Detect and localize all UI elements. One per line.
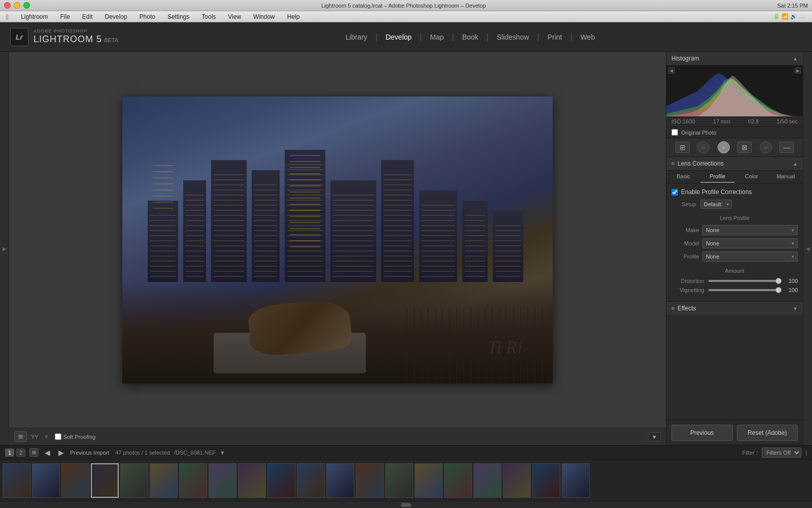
setup-select[interactable]: Default Custom (700, 200, 732, 209)
window-menu[interactable]: Window (251, 13, 277, 20)
film-thumb-16[interactable] (444, 463, 472, 498)
film-thumb-13[interactable] (356, 463, 384, 498)
tab-develop[interactable]: Develop (378, 29, 420, 45)
film-thumb-10[interactable] (267, 463, 295, 498)
distortion-fill (708, 280, 779, 282)
tab-map[interactable]: Map (422, 29, 452, 45)
film-thumb-20[interactable] (562, 463, 590, 498)
hist-shadow-clip-btn[interactable]: ◀ (668, 68, 674, 74)
enable-profile-checkbox[interactable] (671, 189, 678, 196)
view-mode-btn[interactable]: ⊞ (14, 431, 27, 442)
edit-menu[interactable]: Edit (80, 13, 95, 20)
previous-button[interactable]: Previous (671, 425, 733, 441)
apple-menu[interactable]:  (4, 13, 11, 21)
histogram-header[interactable]: Histogram ▲ (666, 52, 803, 66)
page-num-1[interactable]: 1 (5, 449, 14, 457)
filter-end-btn[interactable]: | (805, 450, 807, 456)
model-select[interactable]: None (702, 238, 798, 248)
hist-arrows: ◀ ▶ (668, 68, 801, 74)
film-thumb-12[interactable] (326, 463, 354, 498)
effects-header[interactable]: Effects ▼ (666, 302, 803, 315)
reset-button[interactable]: Reset (Adobe) (737, 425, 798, 441)
redeye-tool[interactable]: ● (718, 141, 730, 153)
center-area: Ti Ri ⊞ YY ▼ Soft Proofing ▼ (9, 52, 666, 445)
building-4 (252, 170, 280, 282)
film-thumb-14[interactable] (385, 463, 413, 498)
radial-filter-tool[interactable]: ○ (760, 141, 772, 153)
filename: /DSC_6081.NEF (174, 450, 216, 456)
film-thumb-17[interactable] (473, 463, 501, 498)
gradient-filter-tool[interactable]: ⊠ (737, 142, 752, 153)
hist-highlight-clip-btn[interactable]: ▶ (795, 68, 801, 74)
film-thumb-1[interactable] (3, 463, 30, 498)
filmstrip-prev-arrow[interactable]: ◀ (43, 448, 52, 458)
file-menu[interactable]: File (58, 13, 72, 20)
clock: Sat 2:15 PM (777, 3, 808, 9)
film-thumb-11[interactable] (297, 463, 325, 498)
filter-select[interactable]: Filters Off (762, 448, 801, 458)
distortion-slider[interactable] (708, 280, 779, 282)
film-thumb-2[interactable] (32, 463, 60, 498)
view-control-dropdown[interactable]: ▼ (648, 432, 661, 441)
view-menu[interactable]: View (226, 13, 243, 20)
develop-menu[interactable]: Develop (103, 13, 129, 20)
film-thumb-5[interactable] (120, 463, 148, 498)
vignetting-slider[interactable] (708, 289, 779, 291)
settings-menu[interactable]: Settings (165, 13, 191, 20)
original-photo-checkbox[interactable] (671, 129, 678, 136)
crop-tool[interactable]: ⊞ (675, 142, 690, 153)
scroll-indicator[interactable] (401, 503, 411, 507)
film-thumb-8[interactable] (209, 463, 236, 498)
film-thumb-6[interactable] (150, 463, 178, 498)
close-btn[interactable] (4, 2, 11, 9)
filmstrip-grid-btn[interactable]: ⊞ (29, 448, 39, 457)
film-thumb-9[interactable] (238, 463, 266, 498)
tab-library[interactable]: Library (337, 29, 376, 45)
vignetting-thumb[interactable] (775, 287, 782, 293)
filmstrip-next-arrow[interactable]: ▶ (56, 448, 66, 458)
lens-tab-color[interactable]: Color (735, 171, 769, 183)
filmstrip-control-bar: 1 2 ⊞ ◀ ▶ Previous Import 47 photos / 1 … (0, 445, 812, 459)
lens-corrections-header[interactable]: Lens Corrections ▲ (666, 157, 803, 171)
tab-print[interactable]: Print (539, 29, 570, 45)
maximize-btn[interactable] (23, 2, 30, 9)
tools-menu[interactable]: Tools (199, 13, 218, 20)
distortion-thumb[interactable] (775, 278, 782, 284)
tab-slideshow[interactable]: Slideshow (489, 29, 537, 45)
thumb-14-img (386, 464, 413, 497)
soft-proofing-checkbox[interactable] (55, 433, 61, 440)
thumb-8-img (209, 464, 236, 497)
film-thumb-3[interactable] (61, 463, 89, 498)
film-thumb-19[interactable] (532, 463, 560, 498)
profile-select[interactable]: None (702, 251, 798, 262)
vignetting-row: Vignetting 100 (671, 287, 798, 293)
lens-tab-manual[interactable]: Manual (769, 171, 803, 183)
right-panel-toggle[interactable]: ◀ (803, 52, 812, 445)
effects-title: Effects (678, 305, 696, 312)
film-thumb-4[interactable] (91, 463, 119, 498)
enable-profile-row: Enable Profile Corrections (671, 188, 798, 196)
film-thumb-15[interactable] (415, 463, 443, 498)
app-name-row: LIGHTROOM 5 BETA (33, 34, 118, 45)
spot-removal-tool[interactable]: ○ (697, 141, 709, 153)
minimize-btn[interactable] (14, 2, 20, 9)
tab-book[interactable]: Book (454, 29, 487, 45)
help-menu[interactable]: Help (285, 13, 302, 20)
left-panel-toggle[interactable]: ▶ (0, 52, 9, 445)
adjustment-brush-tool[interactable]: — (780, 142, 794, 153)
profile-select-wrapper: None (702, 251, 798, 262)
lens-tab-basic[interactable]: Basic (666, 171, 700, 183)
film-thumb-18[interactable] (503, 463, 531, 498)
building-8 (419, 190, 457, 282)
lens-tab-profile[interactable]: Profile (700, 171, 734, 183)
bottom-toolbar: ⊞ YY ▼ Soft Proofing ▼ (9, 428, 666, 445)
photo-menu[interactable]: Photo (138, 13, 157, 20)
page-num-2[interactable]: 2 (16, 449, 25, 457)
lens-body: Enable Profile Corrections Setup Default… (666, 183, 803, 301)
lightroom-menu[interactable]: Lightroom (19, 13, 50, 20)
tab-web[interactable]: Web (572, 29, 603, 45)
filmstrip (0, 459, 812, 501)
make-select[interactable]: None (702, 225, 798, 235)
thumb-12-img (327, 464, 354, 497)
film-thumb-7[interactable] (179, 463, 207, 498)
